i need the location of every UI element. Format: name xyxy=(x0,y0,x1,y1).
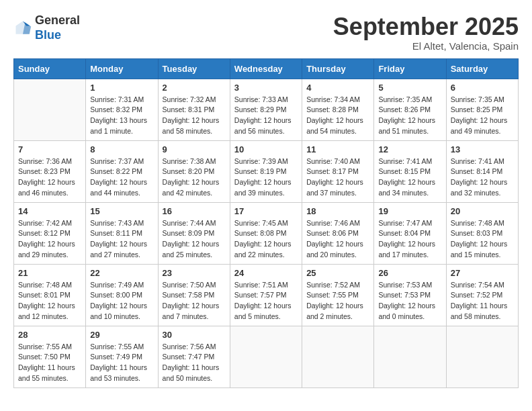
day-info: Sunrise: 7:35 AM Sunset: 8:25 PM Dayligh… xyxy=(451,95,514,137)
day-number: 13 xyxy=(451,144,514,154)
logo: General Blue xyxy=(13,13,80,42)
page-header: General Blue September 2025 El Altet, Va… xyxy=(13,13,519,52)
calendar-cell: 10Sunrise: 7:39 AM Sunset: 8:19 PM Dayli… xyxy=(230,140,302,202)
weekday-header-saturday: Saturday xyxy=(446,58,518,79)
calendar-cell: 5Sunrise: 7:35 AM Sunset: 8:26 PM Daylig… xyxy=(374,79,446,140)
day-info: Sunrise: 7:55 AM Sunset: 7:49 PM Dayligh… xyxy=(90,342,153,384)
day-number: 2 xyxy=(163,83,226,93)
calendar-table: SundayMondayTuesdayWednesdayThursdayFrid… xyxy=(13,58,519,388)
weekday-header-friday: Friday xyxy=(374,58,446,79)
day-number: 7 xyxy=(18,144,81,154)
day-number: 23 xyxy=(163,268,226,278)
day-info: Sunrise: 7:40 AM Sunset: 8:17 PM Dayligh… xyxy=(306,156,369,199)
day-number: 21 xyxy=(18,268,81,278)
calendar-cell: 4Sunrise: 7:34 AM Sunset: 8:28 PM Daylig… xyxy=(302,79,374,140)
day-number: 26 xyxy=(378,268,441,278)
title-block: September 2025 El Altet, Valencia, Spain xyxy=(333,13,519,52)
day-info: Sunrise: 7:42 AM Sunset: 8:12 PM Dayligh… xyxy=(18,218,81,261)
weekday-header-monday: Monday xyxy=(86,58,158,79)
day-info: Sunrise: 7:43 AM Sunset: 8:11 PM Dayligh… xyxy=(90,218,153,261)
day-info: Sunrise: 7:52 AM Sunset: 7:55 PM Dayligh… xyxy=(306,280,369,322)
day-number: 28 xyxy=(18,330,81,340)
weekday-header-thursday: Thursday xyxy=(302,58,374,79)
calendar-cell: 29Sunrise: 7:55 AM Sunset: 7:49 PM Dayli… xyxy=(86,326,158,387)
calendar-week-row: 7Sunrise: 7:36 AM Sunset: 8:23 PM Daylig… xyxy=(14,140,519,202)
day-info: Sunrise: 7:41 AM Sunset: 8:15 PM Dayligh… xyxy=(378,156,441,199)
day-number: 14 xyxy=(18,206,81,216)
calendar-cell: 1Sunrise: 7:31 AM Sunset: 8:32 PM Daylig… xyxy=(86,79,158,140)
day-info: Sunrise: 7:48 AM Sunset: 8:03 PM Dayligh… xyxy=(451,218,514,261)
calendar-cell xyxy=(230,326,302,387)
calendar-cell: 22Sunrise: 7:49 AM Sunset: 8:00 PM Dayli… xyxy=(86,264,158,326)
calendar-cell: 8Sunrise: 7:37 AM Sunset: 8:22 PM Daylig… xyxy=(86,140,158,202)
logo-text: General Blue xyxy=(35,13,80,42)
weekday-header-row: SundayMondayTuesdayWednesdayThursdayFrid… xyxy=(14,58,519,79)
day-number: 29 xyxy=(90,330,153,340)
calendar-cell: 16Sunrise: 7:44 AM Sunset: 8:09 PM Dayli… xyxy=(158,202,230,264)
calendar-cell: 14Sunrise: 7:42 AM Sunset: 8:12 PM Dayli… xyxy=(14,202,86,264)
day-info: Sunrise: 7:47 AM Sunset: 8:04 PM Dayligh… xyxy=(378,218,441,261)
day-info: Sunrise: 7:50 AM Sunset: 7:58 PM Dayligh… xyxy=(163,280,226,322)
calendar-week-row: 1Sunrise: 7:31 AM Sunset: 8:32 PM Daylig… xyxy=(14,79,519,140)
day-number: 19 xyxy=(378,206,441,216)
day-number: 3 xyxy=(234,83,298,93)
day-number: 20 xyxy=(451,206,514,216)
calendar-header: SundayMondayTuesdayWednesdayThursdayFrid… xyxy=(14,58,519,79)
day-number: 10 xyxy=(234,144,298,154)
day-number: 1 xyxy=(90,83,153,93)
day-number: 22 xyxy=(90,268,153,278)
calendar-week-row: 14Sunrise: 7:42 AM Sunset: 8:12 PM Dayli… xyxy=(14,202,519,264)
calendar-cell xyxy=(14,79,86,140)
day-number: 24 xyxy=(234,268,298,278)
day-number: 15 xyxy=(90,206,153,216)
day-number: 5 xyxy=(378,83,441,93)
day-info: Sunrise: 7:41 AM Sunset: 8:14 PM Dayligh… xyxy=(451,156,514,199)
day-info: Sunrise: 7:54 AM Sunset: 7:52 PM Dayligh… xyxy=(451,280,514,322)
day-info: Sunrise: 7:53 AM Sunset: 7:53 PM Dayligh… xyxy=(378,280,441,322)
calendar-cell: 2Sunrise: 7:32 AM Sunset: 8:31 PM Daylig… xyxy=(158,79,230,140)
day-number: 16 xyxy=(163,206,226,216)
day-number: 12 xyxy=(378,144,441,154)
day-number: 6 xyxy=(451,83,514,93)
calendar-cell: 24Sunrise: 7:51 AM Sunset: 7:57 PM Dayli… xyxy=(230,264,302,326)
day-number: 25 xyxy=(306,268,369,278)
day-info: Sunrise: 7:46 AM Sunset: 8:06 PM Dayligh… xyxy=(306,218,369,261)
weekday-header-tuesday: Tuesday xyxy=(158,58,230,79)
calendar-cell: 15Sunrise: 7:43 AM Sunset: 8:11 PM Dayli… xyxy=(86,202,158,264)
day-info: Sunrise: 7:32 AM Sunset: 8:31 PM Dayligh… xyxy=(163,95,226,137)
calendar-cell: 17Sunrise: 7:45 AM Sunset: 8:08 PM Dayli… xyxy=(230,202,302,264)
day-info: Sunrise: 7:56 AM Sunset: 7:47 PM Dayligh… xyxy=(163,342,226,384)
calendar-cell: 27Sunrise: 7:54 AM Sunset: 7:52 PM Dayli… xyxy=(446,264,518,326)
day-info: Sunrise: 7:38 AM Sunset: 8:20 PM Dayligh… xyxy=(163,156,226,199)
calendar-body: 1Sunrise: 7:31 AM Sunset: 8:32 PM Daylig… xyxy=(14,79,519,387)
calendar-week-row: 28Sunrise: 7:55 AM Sunset: 7:50 PM Dayli… xyxy=(14,326,519,387)
calendar-cell: 28Sunrise: 7:55 AM Sunset: 7:50 PM Dayli… xyxy=(14,326,86,387)
day-number: 4 xyxy=(306,83,369,93)
day-number: 17 xyxy=(234,206,298,216)
calendar-cell: 20Sunrise: 7:48 AM Sunset: 8:03 PM Dayli… xyxy=(446,202,518,264)
day-info: Sunrise: 7:36 AM Sunset: 8:23 PM Dayligh… xyxy=(18,156,81,199)
month-title: September 2025 xyxy=(333,13,519,40)
day-info: Sunrise: 7:55 AM Sunset: 7:50 PM Dayligh… xyxy=(18,342,81,384)
day-info: Sunrise: 7:37 AM Sunset: 8:22 PM Dayligh… xyxy=(90,156,153,199)
day-info: Sunrise: 7:35 AM Sunset: 8:26 PM Dayligh… xyxy=(378,95,441,137)
logo-icon xyxy=(13,19,32,38)
calendar-cell: 11Sunrise: 7:40 AM Sunset: 8:17 PM Dayli… xyxy=(302,140,374,202)
calendar-cell: 3Sunrise: 7:33 AM Sunset: 8:29 PM Daylig… xyxy=(230,79,302,140)
calendar-cell: 7Sunrise: 7:36 AM Sunset: 8:23 PM Daylig… xyxy=(14,140,86,202)
calendar-cell: 19Sunrise: 7:47 AM Sunset: 8:04 PM Dayli… xyxy=(374,202,446,264)
calendar-cell: 25Sunrise: 7:52 AM Sunset: 7:55 PM Dayli… xyxy=(302,264,374,326)
location: El Altet, Valencia, Spain xyxy=(333,40,519,52)
day-number: 9 xyxy=(163,144,226,154)
calendar-cell: 12Sunrise: 7:41 AM Sunset: 8:15 PM Dayli… xyxy=(374,140,446,202)
calendar-cell xyxy=(302,326,374,387)
weekday-header-sunday: Sunday xyxy=(14,58,86,79)
calendar-cell: 18Sunrise: 7:46 AM Sunset: 8:06 PM Dayli… xyxy=(302,202,374,264)
day-number: 8 xyxy=(90,144,153,154)
weekday-header-wednesday: Wednesday xyxy=(230,58,302,79)
day-info: Sunrise: 7:45 AM Sunset: 8:08 PM Dayligh… xyxy=(234,218,298,261)
calendar-cell: 23Sunrise: 7:50 AM Sunset: 7:58 PM Dayli… xyxy=(158,264,230,326)
day-info: Sunrise: 7:44 AM Sunset: 8:09 PM Dayligh… xyxy=(163,218,226,261)
calendar-week-row: 21Sunrise: 7:48 AM Sunset: 8:01 PM Dayli… xyxy=(14,264,519,326)
calendar-cell: 13Sunrise: 7:41 AM Sunset: 8:14 PM Dayli… xyxy=(446,140,518,202)
